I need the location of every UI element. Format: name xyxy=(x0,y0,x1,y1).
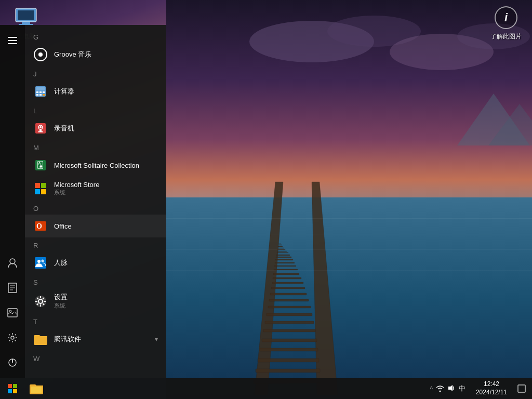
svg-rect-64 xyxy=(36,94,38,96)
svg-rect-34 xyxy=(278,248,284,248)
svg-rect-24 xyxy=(273,273,299,275)
svg-rect-75 xyxy=(41,183,46,188)
store-name: Microsoft Store xyxy=(54,181,99,189)
svg-rect-77 xyxy=(41,189,46,194)
svg-rect-87 xyxy=(8,389,12,393)
section-header-m: M xyxy=(25,140,166,154)
svg-rect-13 xyxy=(260,348,318,351)
svg-rect-71 xyxy=(38,131,43,132)
taskbar-notification-button[interactable] xyxy=(513,378,530,399)
photo-info-icon: i xyxy=(494,5,518,30)
svg-rect-16 xyxy=(265,321,314,324)
svg-rect-17 xyxy=(267,313,312,316)
svg-point-90 xyxy=(439,390,441,392)
start-menu-sidebar xyxy=(0,25,25,378)
settings-label-group: 设置 系统 xyxy=(54,292,68,310)
svg-rect-31 xyxy=(277,252,288,253)
svg-rect-85 xyxy=(8,384,12,388)
svg-text:O: O xyxy=(36,222,42,230)
sidebar-icon-settings[interactable] xyxy=(1,326,24,349)
svg-rect-38 xyxy=(166,218,532,219)
desktop-icon-photo-info[interactable]: i 了解此图片 xyxy=(485,5,527,41)
app-item-calc[interactable]: 计算器 xyxy=(25,80,166,103)
systray-volume-icon[interactable] xyxy=(447,384,456,393)
svg-rect-70 xyxy=(39,129,42,131)
svg-point-82 xyxy=(42,260,44,262)
section-header-t: T xyxy=(25,314,166,328)
calc-name: 计算器 xyxy=(54,87,158,96)
app-item-renmai[interactable]: 人脉 xyxy=(25,251,166,274)
svg-marker-7 xyxy=(488,104,532,145)
svg-rect-92 xyxy=(518,385,525,392)
systray-network-icon[interactable] xyxy=(436,384,444,393)
tencent-folder-icon xyxy=(33,332,48,347)
svg-rect-33 xyxy=(277,249,285,250)
svg-text:🂡: 🂡 xyxy=(37,161,44,169)
section-header-g: G xyxy=(25,29,166,43)
taskbar-file-explorer[interactable] xyxy=(25,378,48,399)
photo-info-circle-icon: i xyxy=(495,6,517,29)
svg-rect-12 xyxy=(258,358,319,362)
solitaire-icon: 🂡 xyxy=(33,158,48,172)
svg-rect-63 xyxy=(43,91,45,93)
systray-chevron[interactable]: ^ xyxy=(430,385,433,392)
sidebar-icon-power[interactable] xyxy=(1,351,24,374)
svg-rect-18 xyxy=(268,306,311,308)
sidebar-icon-documents[interactable] xyxy=(1,276,24,299)
start-button[interactable] xyxy=(0,378,25,399)
svg-point-2 xyxy=(249,21,374,62)
svg-rect-41 xyxy=(166,270,532,271)
svg-rect-15 xyxy=(263,329,315,332)
svg-point-69 xyxy=(39,126,42,128)
svg-rect-89 xyxy=(31,387,42,393)
app-item-tencent[interactable]: 腾讯软件 ▾ xyxy=(25,328,166,351)
svg-point-56 xyxy=(11,336,14,339)
svg-point-4 xyxy=(390,34,494,70)
svg-rect-21 xyxy=(271,287,305,289)
start-menu-app-list: G Groove 音乐 J 计算器 xyxy=(25,25,166,378)
groove-music-icon xyxy=(34,48,47,61)
start-menu: G Groove 音乐 J 计算器 xyxy=(0,25,166,378)
svg-rect-36 xyxy=(278,245,282,245)
app-item-solitaire[interactable]: 🂡 Microsoft Solitaire Collection xyxy=(25,154,166,177)
section-header-j: J xyxy=(25,66,166,80)
svg-rect-39 xyxy=(166,234,532,234)
taskbar-clock[interactable]: 12:42 2024/12/11 xyxy=(472,380,511,396)
settings-sub: 系统 xyxy=(54,302,68,310)
taskbar: ^ 中 12:42 2024/12/11 xyxy=(0,378,532,399)
svg-rect-1 xyxy=(166,197,532,399)
app-item-recorder[interactable]: 录音机 xyxy=(25,117,166,140)
section-header-l: L xyxy=(25,103,166,117)
app-item-settings[interactable]: 设置 系统 xyxy=(25,288,166,314)
settings-name: 设置 xyxy=(54,292,68,302)
settings-icon xyxy=(33,294,48,309)
svg-rect-46 xyxy=(8,37,17,38)
taskbar-systray-area: ^ 中 12:42 2024/12/11 xyxy=(426,378,532,399)
svg-rect-14 xyxy=(262,339,317,342)
sidebar-icon-user[interactable] xyxy=(1,251,24,274)
sidebar-icon-hamburger[interactable] xyxy=(1,29,24,52)
recorder-icon xyxy=(33,121,48,136)
svg-rect-37 xyxy=(278,244,281,244)
systray-input-method[interactable]: 中 xyxy=(459,384,466,393)
systray-icons: ^ 中 xyxy=(426,384,470,393)
app-item-groove[interactable]: Groove 音乐 xyxy=(25,43,166,66)
sidebar-icon-photos[interactable] xyxy=(1,301,24,324)
svg-marker-9 xyxy=(312,182,338,395)
svg-rect-76 xyxy=(35,189,40,194)
app-item-store[interactable]: Microsoft Store 系统 xyxy=(25,177,166,201)
clock-date: 2024/12/11 xyxy=(476,389,507,397)
svg-rect-20 xyxy=(270,293,307,295)
svg-rect-35 xyxy=(278,246,283,247)
svg-rect-22 xyxy=(272,282,303,284)
svg-rect-27 xyxy=(275,262,295,263)
svg-rect-86 xyxy=(13,384,17,388)
store-label-group: Microsoft Store 系统 xyxy=(54,181,99,196)
store-icon xyxy=(33,181,48,196)
app-item-office[interactable]: O Office xyxy=(25,215,166,237)
svg-rect-65 xyxy=(39,94,42,96)
svg-rect-88 xyxy=(13,389,17,393)
svg-rect-19 xyxy=(269,299,309,301)
clock-time: 12:42 xyxy=(484,380,499,389)
svg-rect-66 xyxy=(43,94,45,96)
